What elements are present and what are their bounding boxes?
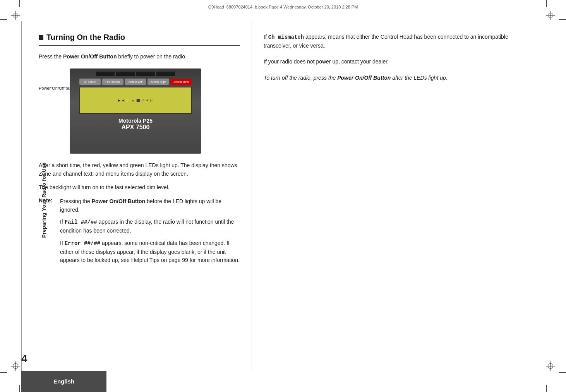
reg-mark-br bbox=[546, 361, 555, 371]
radio-image: All Scene Fire Rescue Access Left Access… bbox=[70, 68, 201, 154]
side-tab-container: Preparing Your Radio for Use bbox=[21, 46, 33, 353]
crop-mark-tr-v bbox=[546, 0, 547, 7]
note-line-2: If Fail ##/## appears in the display, th… bbox=[60, 218, 240, 235]
english-tab: English bbox=[21, 371, 106, 392]
note-row: Note: Pressing the Power On/Off Button b… bbox=[39, 197, 240, 269]
reg-mark-tl bbox=[11, 11, 20, 20]
section-heading: Turning On the Radio bbox=[39, 33, 240, 42]
crop-mark-bl-h bbox=[0, 372, 7, 373]
right-column: If Ch mismatch appears, means that eithe… bbox=[252, 21, 545, 371]
left-column: Turning On the Radio Press the Power On/… bbox=[35, 21, 252, 371]
section-title: Turning On the Radio bbox=[46, 33, 125, 42]
heading-rule bbox=[39, 45, 240, 46]
radio-image-area: Power On/Off button bbox=[70, 68, 240, 154]
english-tab-label: English bbox=[53, 378, 74, 385]
right-para-1: If Ch mismatch appears, means that eithe… bbox=[264, 33, 537, 50]
body-para-2: The backlight will turn on to the last s… bbox=[39, 183, 240, 192]
right-para-3: To turn off the radio, press the Power O… bbox=[264, 74, 537, 82]
crop-mark-tr-h bbox=[559, 19, 566, 20]
note-section: Note: Pressing the Power On/Off Button b… bbox=[39, 197, 240, 269]
right-para-2: If your radio does not power up, contact… bbox=[264, 58, 537, 66]
body-para-1: After a short time, the red, yellow and … bbox=[39, 161, 240, 178]
heading-square bbox=[39, 35, 43, 40]
note-content: Pressing the Power On/Off Button before … bbox=[60, 197, 240, 269]
crop-mark-bl-v bbox=[19, 385, 20, 392]
note-label: Note: bbox=[39, 197, 60, 269]
radio-screen: ▶ ◀ ⚡ ▲ ⬛ ⏎ ✦ ▷ bbox=[79, 87, 192, 114]
file-info: O9Head_68007024014_b.book Page 4 Wednesd… bbox=[208, 5, 358, 9]
page-number: 4 bbox=[21, 353, 27, 364]
crop-mark-tl-h bbox=[0, 19, 7, 20]
note-line-1: Pressing the Power On/Off Button before … bbox=[60, 197, 240, 214]
main-content: Turning On the Radio Press the Power On/… bbox=[35, 21, 545, 371]
crop-mark-tl-v bbox=[19, 0, 20, 7]
crop-mark-br-v bbox=[546, 385, 547, 392]
intro-paragraph: Press the Power On/Off Button briefly to… bbox=[39, 53, 240, 61]
note-line-3: If Error ##/## appears, some non-critica… bbox=[60, 239, 240, 265]
radio-brand-text: Motorola P25 bbox=[118, 118, 153, 124]
reg-mark-tr bbox=[546, 11, 555, 20]
reg-mark-bl bbox=[11, 361, 20, 371]
crop-mark-br-h bbox=[559, 372, 566, 373]
page: O9Head_68007024014_b.book Page 4 Wednesd… bbox=[0, 0, 566, 392]
radio-model-text: APX 7500 bbox=[122, 124, 150, 131]
